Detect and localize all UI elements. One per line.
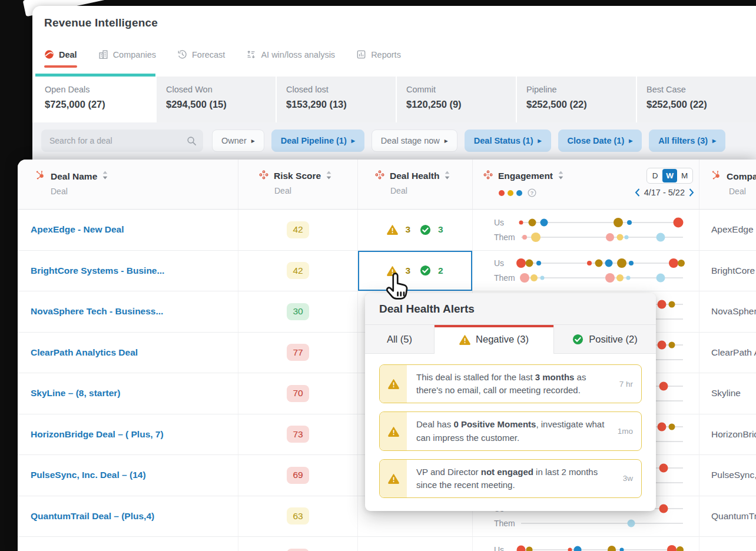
risk-score-cell: 30 <box>238 291 358 332</box>
engagement-dot <box>624 235 628 239</box>
chevron-left-icon[interactable] <box>635 188 640 197</box>
tab-reports[interactable]: Reports <box>356 49 401 61</box>
active-tab-underline <box>44 65 77 68</box>
risk-score-cell <box>238 537 358 551</box>
tab-companies[interactable]: Companies <box>98 49 156 61</box>
company-cell: QuantumTrail Deal <box>699 496 756 537</box>
engagement-cell: UsThem <box>473 251 699 291</box>
period-toggle-w[interactable]: W <box>662 169 677 182</box>
negative-count: 3 <box>405 265 410 276</box>
deal-name-link[interactable]: PulseSync, Inc. Deal – (14) <box>18 455 238 496</box>
summary-card-commit[interactable]: Commit$120,250 (9) <box>396 77 516 122</box>
engagement-dot <box>616 234 623 240</box>
risk-score-pill: 30 <box>287 303 309 320</box>
sort-icon[interactable] <box>445 171 450 182</box>
deal-health-cell[interactable] <box>358 537 473 551</box>
column-header-risk-score[interactable]: Risk Score Deal <box>238 160 358 209</box>
tab-label: Reports <box>371 50 401 59</box>
period-toggle-m[interactable]: M <box>677 169 692 182</box>
popup-tabs: All (5)Negative (3)Positive (2) <box>365 325 656 354</box>
deal-name-link[interactable]: HorizonBridge Deal – ( Plus, 7) <box>18 414 238 455</box>
card-value: $725,000 (27) <box>45 99 146 110</box>
alert-age: 3w <box>619 474 641 483</box>
engagement-them-row: Them <box>473 519 699 528</box>
summary-card-pipeline[interactable]: Pipeline$252,500 (22) <box>516 77 636 122</box>
engagement-dot <box>668 424 675 430</box>
deal-name-link[interactable]: ClearPath Analytics Deal <box>18 333 238 373</box>
deal-name-link[interactable]: BrightCore Systems - Busine... <box>18 251 238 291</box>
engagement-timeline <box>521 263 683 264</box>
column-header-engagement[interactable]: Engagement ? DWM 4/17 - 5/22 <box>473 160 699 209</box>
filter-chip-deal-pipeline-1[interactable]: Deal Pipeline (1)▸ <box>271 130 364 152</box>
tab-deal[interactable]: Deal <box>44 49 77 61</box>
filter-chip-all-filters-3[interactable]: All filters (3)▸ <box>649 130 725 152</box>
popup-tab-label: Negative (3) <box>476 334 529 345</box>
deal-name-link[interactable]: NovaSphere Tech - Business... <box>18 291 238 332</box>
engagement-dot <box>605 273 615 283</box>
score-dots-icon <box>375 170 384 182</box>
filter-chip-close-date-1[interactable]: Close Date (1)▸ <box>558 130 642 152</box>
engagement-dot <box>627 220 632 225</box>
sort-icon[interactable] <box>326 171 331 182</box>
tab-ai-win-loss-analysis[interactable]: AI win/loss analysis <box>246 49 335 61</box>
deal-name-link[interactable]: QuantumTrail Deal – (Plus,4) <box>18 496 238 537</box>
column-header-deal-name[interactable]: Deal Name Deal <box>18 160 238 209</box>
engagement-dot <box>605 260 612 267</box>
deal-name-link[interactable]: SkyLine – (8, starter) <box>18 373 238 414</box>
engagement-dot <box>568 547 572 551</box>
popup-tab-negative-3[interactable]: Negative (3) <box>435 325 553 354</box>
tab-label: AI win/loss analysis <box>261 50 335 59</box>
company-cell: BrightCore Systems <box>699 251 756 291</box>
summary-cards: Open Deals$725,000 (27)Closed Won$294,50… <box>35 77 756 122</box>
engagement-dot <box>668 301 675 307</box>
popup-tab-positive-2[interactable]: Positive (2) <box>553 325 656 354</box>
risk-score-cell: 77 <box>238 333 358 373</box>
popup-tab-all-5[interactable]: All (5) <box>365 325 435 354</box>
check-icon <box>420 224 431 235</box>
period-toggle: DWM <box>646 168 693 184</box>
summary-card-best-case[interactable]: Best Case$252,500 (22) <box>636 77 756 122</box>
engagement-dot <box>658 423 667 431</box>
filter-chip-deal-stage-now[interactable]: Deal stage now▸ <box>372 130 457 152</box>
summary-card-closed-lost[interactable]: Closed lost$153,290 (13) <box>276 77 396 122</box>
companies-icon <box>98 49 108 59</box>
column-header-deal-health[interactable]: Deal Health Deal <box>358 160 473 209</box>
filter-chip-deal-status-1[interactable]: Deal Status (1)▸ <box>465 130 551 152</box>
tab-label: Forecast <box>192 50 225 59</box>
sort-icon[interactable] <box>558 171 563 182</box>
summary-card-open-deals[interactable]: Open Deals$725,000 (27) <box>35 77 155 122</box>
search-input[interactable] <box>41 130 203 152</box>
company-cell: Skyline <box>699 373 756 414</box>
chevron-right-icon: ▸ <box>629 137 632 145</box>
alert-text: VP and Director not engaged in last 2 mo… <box>407 460 619 497</box>
engagement-dot <box>677 546 684 551</box>
tab-label: Companies <box>113 50 156 59</box>
risk-score-pill: 69 <box>287 467 309 484</box>
warning-icon <box>459 334 470 345</box>
chevron-right-icon[interactable] <box>689 188 694 197</box>
tab-forecast[interactable]: Forecast <box>177 49 225 61</box>
deal-name-link[interactable]: ApexEdge - New Deal <box>18 210 238 250</box>
engagement-dot <box>608 546 616 551</box>
filter-chip-owner[interactable]: Owner▸ <box>212 130 264 152</box>
column-header-company[interactable]: Company Deal <box>699 160 756 209</box>
period-toggle-d[interactable]: D <box>648 169 662 182</box>
engagement-dot <box>658 341 667 350</box>
alert-age: 7 hr <box>616 380 641 389</box>
engagement-dot <box>656 274 665 283</box>
engagement-row-label: Us <box>494 218 521 227</box>
chevron-right-icon: ▸ <box>445 137 448 145</box>
score-dots-icon <box>483 170 493 182</box>
engagement-timeline <box>521 523 683 524</box>
page-title: Revenue Intelligence <box>44 16 158 29</box>
warning-icon <box>387 224 398 235</box>
summary-card-closed-won[interactable]: Closed Won$294,500 (15) <box>155 77 276 122</box>
deal-health-cell[interactable]: 32 <box>358 251 473 291</box>
deal-name-link[interactable] <box>18 537 238 551</box>
risk-score-pill <box>287 549 309 551</box>
sort-icon[interactable] <box>102 171 108 182</box>
engagement-dot <box>659 504 668 513</box>
chip-label: Owner <box>221 136 247 145</box>
deal-health-cell[interactable]: 33 <box>358 210 473 250</box>
question-icon[interactable]: ? <box>528 188 536 197</box>
